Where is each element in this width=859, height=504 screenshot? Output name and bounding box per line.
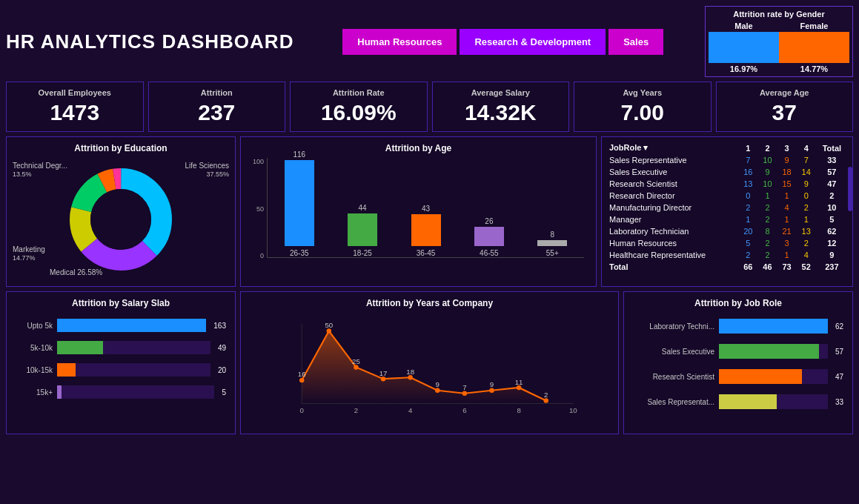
header: HR ANALYTICS DASHBOARD Human Resources R… — [6, 6, 853, 77]
label-technical: Technical Degr...13.5% — [13, 162, 67, 178]
kpi-avg-age-value: 37 — [772, 100, 797, 125]
y-label-50: 50 — [256, 205, 264, 213]
jobrole-fill-sales-rep — [719, 394, 777, 409]
jobrole-count-research-sci: 47 — [835, 373, 843, 381]
bar-fill-18-25 — [348, 213, 377, 246]
table-totals-row: Total 66 46 73 52 237 — [606, 261, 848, 273]
table-row: Manufacturing Director 2 2 4 2 10 — [606, 202, 848, 213]
salary-bar-upto5k: Upto 5k 163 — [16, 319, 226, 332]
x-label-8: 8 — [517, 406, 520, 414]
dot-5 — [435, 388, 440, 393]
val-label-5: 9 — [436, 380, 440, 388]
kpi-attrition-value: 237 — [198, 100, 235, 125]
bar-fill-46-55 — [474, 227, 504, 246]
salary-count-10k15k: 20 — [218, 366, 226, 374]
val-label-7: 9 — [490, 380, 494, 388]
tab-human-resources[interactable]: Human Resources — [342, 29, 457, 55]
cell-role: Manager — [606, 213, 738, 225]
jobrole-label-research-sci: Research Scientist — [633, 373, 714, 381]
kpi-overall-employees: Overall Employees 1473 — [6, 82, 144, 132]
jobrole-bar-sales-exec: Sales Executive 57 — [633, 344, 843, 359]
x-label-6: 6 — [462, 406, 466, 414]
kpi-avg-years-label: Avg Years — [623, 88, 662, 97]
th-col4: 4 — [797, 142, 816, 154]
bottom-charts-row: Attrition by Salary Slab Upto 5k 163 5k-… — [6, 291, 853, 434]
bar-fill-26-35 — [285, 160, 314, 246]
jobrole-fill-research-sci — [719, 369, 802, 384]
dashboard: HR ANALYTICS DASHBOARD Human Resources R… — [0, 0, 859, 440]
dot-1 — [327, 328, 331, 333]
years-area — [302, 331, 546, 404]
table-row: Research Scientist 13 10 15 9 47 — [606, 178, 848, 190]
cell-total: 33 — [816, 154, 848, 166]
kpi-avg-age-label: Average Age — [760, 88, 809, 97]
cell-c4: 7 — [797, 154, 816, 166]
age-bar-36-45: 43 36-45 — [411, 205, 441, 257]
salary-track-5k10k — [57, 341, 210, 354]
val-label-6: 7 — [462, 383, 466, 391]
th-col3: 3 — [777, 142, 797, 154]
jobrole-label-sales-rep: Sales Representat... — [633, 398, 714, 406]
bar-fill-55plus — [537, 240, 567, 246]
female-bar: Female 14.77% — [779, 21, 849, 73]
val-label-0: 16 — [298, 370, 306, 378]
jobrole-bar-lab-tech: Laboratory Techni... 62 — [633, 319, 843, 334]
tab-research-development[interactable]: Research & Development — [460, 29, 606, 55]
x-label-4: 4 — [408, 406, 413, 414]
val-label-9: 2 — [544, 391, 548, 399]
donut-inner — [90, 189, 151, 250]
scrollbar[interactable] — [848, 167, 852, 211]
salary-fill-5k10k — [57, 341, 103, 354]
table-row: Sales Representative 7 10 9 7 33 — [606, 154, 848, 166]
salary-count-15kplus: 5 — [222, 388, 226, 397]
male-pct: 16.97% — [730, 64, 757, 73]
table-row: Research Director 0 1 1 0 2 — [606, 190, 848, 202]
kpi-overall-label: Overall Employees — [39, 88, 111, 97]
table-row: Human Resources 5 2 3 2 12 — [606, 237, 848, 249]
jobrole-fill-sales-exec — [719, 344, 819, 359]
job-role-table: JobRole ▾ 1 2 3 4 Total Sales Representa… — [606, 142, 848, 273]
salary-count-upto5k: 163 — [213, 322, 226, 330]
gender-attrition-box: Attrition rate by Gender Male 16.97% Fem… — [705, 6, 853, 77]
jobrole-bar-sales-rep: Sales Representat... 33 — [633, 394, 843, 409]
jobrole-chart-card: Attrition by Job Role Laboratory Techni.… — [623, 291, 853, 434]
label-life-sciences: Life Sciences37.55% — [185, 162, 229, 178]
cell-role: Sales Executive — [606, 166, 738, 178]
dashboard-title: HR ANALYTICS DASHBOARD — [6, 30, 293, 53]
label-marketing: Marketing14.77% — [13, 245, 45, 262]
th-col2: 2 — [757, 142, 777, 154]
tab-sales[interactable]: Sales — [608, 29, 663, 55]
middle-charts-row: Attrition by Education — [6, 136, 853, 287]
val-label-8: 11 — [515, 378, 523, 386]
kpi-row: Overall Employees 1473 Attrition 237 Att… — [6, 82, 853, 132]
salary-chart-card: Attrition by Salary Slab Upto 5k 163 5k-… — [6, 291, 236, 434]
table-row: Laboratory Technician 20 8 21 13 62 — [606, 225, 848, 237]
education-chart-title: Attrition by Education — [13, 143, 229, 153]
cell-role: Research Scientist — [606, 178, 738, 190]
salary-bar-15kplus: 15k+ 5 — [16, 385, 226, 399]
kpi-avg-years-value: 7.00 — [621, 100, 664, 125]
kpi-avg-salary-label: Average Salary — [471, 88, 530, 97]
gender-box-title: Attrition rate by Gender — [709, 10, 849, 19]
y-label-0: 0 — [260, 252, 264, 259]
th-col1: 1 — [738, 142, 757, 154]
kpi-attrition-rate: Attrition Rate 16.09% — [290, 82, 428, 132]
age-bar-18-25: 44 18-25 — [348, 204, 377, 257]
th-jobrole: JobRole ▾ — [606, 142, 738, 154]
val-label-2: 25 — [352, 357, 360, 365]
jobrole-chart-title: Attrition by Job Role — [630, 298, 846, 308]
val-label-1: 50 — [325, 321, 333, 329]
years-chart-title: Attrition by Years at Company — [247, 298, 612, 308]
cell-role: Sales Representative — [606, 154, 738, 166]
cell-c3: 9 — [777, 154, 797, 166]
salary-hbar-chart: Upto 5k 163 5k-10k 49 10k-15k — [13, 313, 229, 405]
age-bar-26-35: 116 26-35 — [285, 150, 314, 257]
th-total: Total — [816, 142, 848, 154]
dot-4 — [408, 375, 412, 379]
jobrole-count-sales-exec: 57 — [835, 348, 843, 356]
jobrole-track-sales-rep — [719, 394, 828, 409]
salary-fill-upto5k — [57, 319, 206, 332]
female-label: Female — [800, 21, 829, 30]
jobrole-fill-lab-tech — [719, 319, 828, 334]
val-label-3: 17 — [379, 369, 388, 377]
